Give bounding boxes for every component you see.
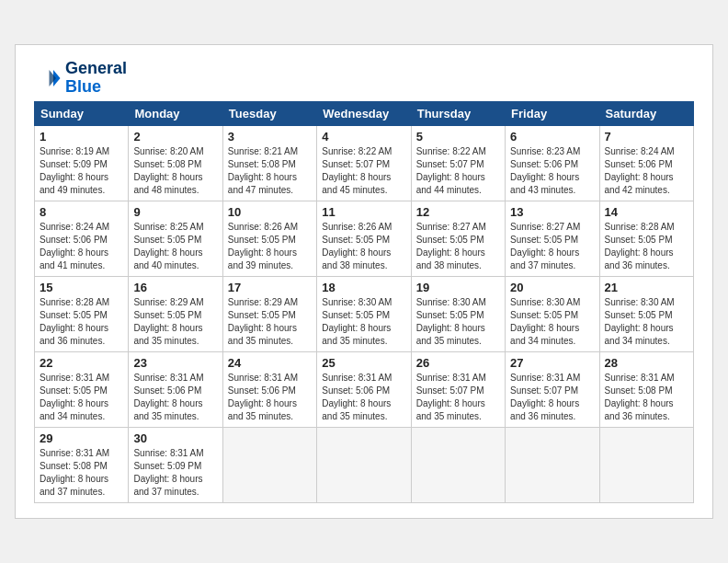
day-detail: Sunrise: 8:31 AMSunset: 5:07 PMDaylight:… (510, 372, 594, 423)
weekday-header-wednesday: Wednesday (317, 102, 411, 126)
day-detail: Sunrise: 8:26 AMSunset: 5:05 PMDaylight:… (228, 221, 312, 272)
calendar-day: 30Sunrise: 8:31 AMSunset: 5:09 PMDayligh… (129, 428, 222, 503)
day-detail: Sunrise: 8:31 AMSunset: 5:09 PMDaylight:… (133, 447, 217, 499)
calendar-day: 2Sunrise: 8:20 AMSunset: 5:08 PMDaylight… (129, 126, 222, 201)
calendar-day: 19Sunrise: 8:30 AMSunset: 5:05 PMDayligh… (411, 277, 505, 352)
calendar-day: 20Sunrise: 8:30 AMSunset: 5:05 PMDayligh… (506, 277, 599, 352)
day-detail: Sunrise: 8:24 AMSunset: 5:06 PMDaylight:… (40, 221, 123, 272)
calendar-header: General Blue (34, 60, 694, 97)
day-detail: Sunrise: 8:28 AMSunset: 5:05 PMDaylight:… (40, 296, 123, 348)
calendar-container: General Blue SundayMondayTuesdayWednesda… (15, 44, 713, 520)
calendar-day: 6Sunrise: 8:23 AMSunset: 5:06 PMDaylight… (506, 126, 599, 201)
calendar-week-4: 22Sunrise: 8:31 AMSunset: 5:05 PMDayligh… (35, 352, 694, 428)
day-number: 27 (510, 356, 594, 370)
calendar-day: 1Sunrise: 8:19 AMSunset: 5:09 PMDaylight… (35, 126, 129, 201)
calendar-day: 13Sunrise: 8:27 AMSunset: 5:05 PMDayligh… (506, 201, 599, 277)
calendar-day: 14Sunrise: 8:28 AMSunset: 5:05 PMDayligh… (599, 201, 693, 277)
day-detail: Sunrise: 8:24 AMSunset: 5:06 PMDaylight:… (605, 145, 688, 197)
calendar-day (599, 428, 693, 503)
calendar-day: 26Sunrise: 8:31 AMSunset: 5:07 PMDayligh… (411, 352, 505, 428)
day-number: 4 (322, 130, 405, 144)
day-detail: Sunrise: 8:20 AMSunset: 5:08 PMDaylight:… (133, 145, 217, 197)
day-detail: Sunrise: 8:21 AMSunset: 5:08 PMDaylight:… (228, 145, 312, 197)
calendar-day: 3Sunrise: 8:21 AMSunset: 5:08 PMDaylight… (222, 126, 316, 201)
calendar-day: 25Sunrise: 8:31 AMSunset: 5:06 PMDayligh… (317, 352, 411, 428)
calendar-day (506, 428, 599, 503)
calendar-day: 7Sunrise: 8:24 AMSunset: 5:06 PMDaylight… (599, 126, 693, 201)
weekday-header-friday: Friday (506, 102, 599, 126)
weekday-header-thursday: Thursday (411, 102, 505, 126)
day-detail: Sunrise: 8:26 AMSunset: 5:05 PMDaylight:… (322, 221, 405, 272)
calendar-week-5: 29Sunrise: 8:31 AMSunset: 5:08 PMDayligh… (35, 428, 694, 503)
day-detail: Sunrise: 8:31 AMSunset: 5:08 PMDaylight:… (40, 447, 123, 499)
day-detail: Sunrise: 8:31 AMSunset: 5:06 PMDaylight:… (228, 372, 312, 423)
day-number: 2 (133, 130, 217, 144)
calendar-day: 10Sunrise: 8:26 AMSunset: 5:05 PMDayligh… (222, 201, 316, 277)
calendar-day: 4Sunrise: 8:22 AMSunset: 5:07 PMDaylight… (317, 126, 411, 201)
day-number: 3 (228, 130, 312, 144)
calendar-day: 17Sunrise: 8:29 AMSunset: 5:05 PMDayligh… (222, 277, 316, 352)
day-detail: Sunrise: 8:30 AMSunset: 5:05 PMDaylight:… (322, 296, 405, 348)
weekday-header-monday: Monday (129, 102, 222, 126)
weekday-header-saturday: Saturday (599, 102, 693, 126)
day-number: 10 (228, 205, 312, 219)
day-number: 30 (133, 431, 217, 445)
calendar-day (317, 428, 411, 503)
calendar-day: 9Sunrise: 8:25 AMSunset: 5:05 PMDaylight… (129, 201, 222, 277)
logo-text-general: General (65, 60, 127, 78)
day-detail: Sunrise: 8:27 AMSunset: 5:05 PMDaylight:… (416, 221, 500, 272)
day-number: 22 (40, 356, 123, 370)
day-detail: Sunrise: 8:27 AMSunset: 5:05 PMDaylight:… (510, 221, 594, 272)
day-detail: Sunrise: 8:31 AMSunset: 5:05 PMDaylight:… (40, 372, 123, 423)
day-detail: Sunrise: 8:31 AMSunset: 5:08 PMDaylight:… (605, 372, 688, 423)
day-detail: Sunrise: 8:23 AMSunset: 5:06 PMDaylight:… (510, 145, 594, 197)
day-detail: Sunrise: 8:29 AMSunset: 5:05 PMDaylight:… (228, 296, 312, 348)
day-number: 15 (40, 281, 123, 294)
day-detail: Sunrise: 8:29 AMSunset: 5:05 PMDaylight:… (133, 296, 217, 348)
day-number: 17 (228, 281, 312, 294)
logo: General Blue (34, 60, 127, 97)
day-detail: Sunrise: 8:22 AMSunset: 5:07 PMDaylight:… (322, 145, 405, 197)
calendar-day: 16Sunrise: 8:29 AMSunset: 5:05 PMDayligh… (129, 277, 222, 352)
day-number: 21 (605, 281, 688, 294)
day-number: 26 (416, 356, 500, 370)
calendar-day: 29Sunrise: 8:31 AMSunset: 5:08 PMDayligh… (35, 428, 129, 503)
day-number: 9 (133, 205, 217, 219)
day-number: 23 (133, 356, 217, 370)
calendar-day: 15Sunrise: 8:28 AMSunset: 5:05 PMDayligh… (35, 277, 129, 352)
day-number: 25 (322, 356, 405, 370)
day-detail: Sunrise: 8:22 AMSunset: 5:07 PMDaylight:… (416, 145, 500, 197)
calendar-day: 23Sunrise: 8:31 AMSunset: 5:06 PMDayligh… (129, 352, 222, 428)
day-number: 18 (322, 281, 405, 294)
day-detail: Sunrise: 8:30 AMSunset: 5:05 PMDaylight:… (416, 296, 500, 348)
day-detail: Sunrise: 8:19 AMSunset: 5:09 PMDaylight:… (40, 145, 123, 197)
day-detail: Sunrise: 8:31 AMSunset: 5:06 PMDaylight:… (322, 372, 405, 423)
day-number: 29 (40, 431, 123, 445)
day-detail: Sunrise: 8:28 AMSunset: 5:05 PMDaylight:… (605, 221, 688, 272)
day-detail: Sunrise: 8:31 AMSunset: 5:06 PMDaylight:… (133, 372, 217, 423)
day-number: 24 (228, 356, 312, 370)
calendar-day: 11Sunrise: 8:26 AMSunset: 5:05 PMDayligh… (317, 201, 411, 277)
day-number: 20 (510, 281, 594, 294)
calendar-day (411, 428, 505, 503)
day-number: 7 (605, 130, 688, 144)
day-number: 19 (416, 281, 500, 294)
day-detail: Sunrise: 8:30 AMSunset: 5:05 PMDaylight:… (510, 296, 594, 348)
day-number: 1 (40, 130, 123, 144)
day-number: 11 (322, 205, 405, 219)
calendar-week-2: 8Sunrise: 8:24 AMSunset: 5:06 PMDaylight… (35, 201, 694, 277)
day-number: 8 (40, 205, 123, 219)
weekday-header-tuesday: Tuesday (222, 102, 316, 126)
day-number: 6 (510, 130, 594, 144)
weekday-header-row: SundayMondayTuesdayWednesdayThursdayFrid… (35, 102, 694, 126)
day-detail: Sunrise: 8:30 AMSunset: 5:05 PMDaylight:… (605, 296, 688, 348)
logo-icon (34, 64, 62, 92)
calendar-day: 5Sunrise: 8:22 AMSunset: 5:07 PMDaylight… (411, 126, 505, 201)
calendar-day: 18Sunrise: 8:30 AMSunset: 5:05 PMDayligh… (317, 277, 411, 352)
calendar-day: 22Sunrise: 8:31 AMSunset: 5:05 PMDayligh… (35, 352, 129, 428)
day-number: 28 (605, 356, 688, 370)
day-detail: Sunrise: 8:31 AMSunset: 5:07 PMDaylight:… (416, 372, 500, 423)
weekday-header-sunday: Sunday (35, 102, 129, 126)
day-number: 13 (510, 205, 594, 219)
calendar-day (222, 428, 316, 503)
